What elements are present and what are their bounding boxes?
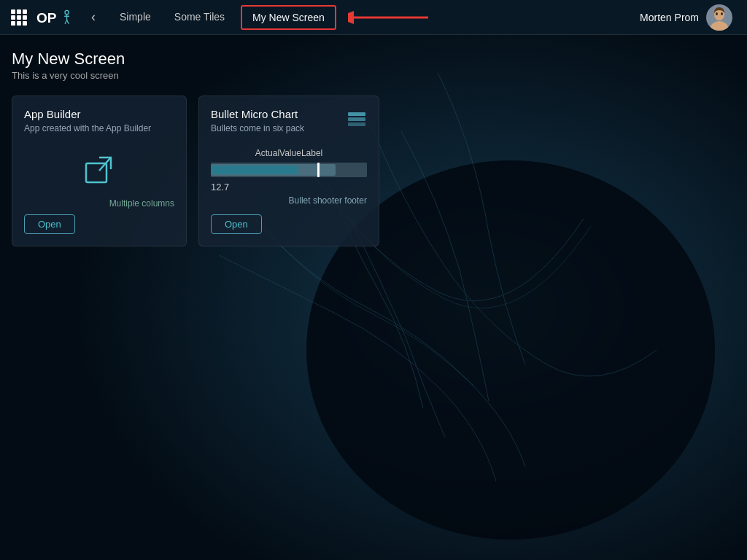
svg-line-16 — [99, 158, 110, 171]
bullet-bar-container — [211, 163, 367, 177]
bullet-chart-icon — [347, 109, 367, 134]
user-name: Morten Prom — [640, 12, 699, 23]
app-builder-card: App Builder App created with the App Bui… — [12, 96, 187, 246]
page-subtitle: This is a very cool screen — [12, 70, 735, 81]
svg-rect-17 — [348, 112, 365, 116]
bullet-chart-open-button[interactable]: Open — [211, 214, 262, 234]
bullet-chart-subtitle: Bullets come in six pack — [211, 123, 304, 133]
tab-my-new-screen[interactable]: My New Screen — [241, 5, 336, 30]
svg-point-14 — [721, 12, 723, 15]
svg-line-6 — [65, 20, 67, 23]
tab-some-tiles[interactable]: Some Tiles — [164, 0, 235, 35]
svg-point-13 — [716, 12, 718, 15]
back-button[interactable]: ‹ — [83, 7, 104, 28]
page-title: My New Screen — [12, 50, 735, 69]
app-builder-title: App Builder — [24, 108, 174, 120]
app-builder-open-button[interactable]: Open — [24, 214, 75, 234]
svg-rect-19 — [348, 122, 365, 126]
bullet-bar-actual — [211, 166, 298, 174]
page-content: My New Screen This is a very cool screen… — [0, 35, 747, 258]
tiles-row: App Builder App created with the App Bui… — [12, 96, 735, 246]
bullet-target-marker — [317, 163, 320, 177]
bullet-chart-title: Bullet Micro Chart — [211, 108, 304, 120]
svg-line-7 — [67, 20, 69, 23]
external-link-icon — [83, 155, 115, 187]
svg-text:OP: OP — [36, 9, 57, 25]
apps-icon[interactable] — [9, 7, 29, 28]
bullet-chart-area: ActualValueLabel 12.7 Bullet shooter foo… — [211, 142, 367, 214]
bullet-footer: Bullet shooter footer — [211, 195, 367, 206]
svg-rect-18 — [348, 117, 365, 121]
user-area: Morten Prom — [640, 4, 738, 31]
bullet-value-label: ActualValueLabel — [211, 148, 367, 158]
bullet-card-header: Bullet Micro Chart Bullets come in six p… — [211, 108, 367, 142]
annotation-arrow-area — [348, 9, 436, 26]
bullet-chart-card: Bullet Micro Chart Bullets come in six p… — [198, 96, 379, 246]
tab-simple[interactable]: Simple — [109, 0, 161, 35]
bullet-number: 12.7 — [211, 182, 367, 192]
app-builder-bottom-label: Multiple columns — [24, 198, 174, 209]
navbar: OP ‹ Simple Some Tiles My New Screen — [0, 0, 747, 35]
logo[interactable]: OP — [36, 6, 74, 29]
app-builder-icon-area — [24, 142, 174, 198]
avatar[interactable] — [706, 4, 732, 31]
svg-point-3 — [65, 10, 69, 14]
app-builder-subtitle: App created with the App Builder — [24, 123, 174, 133]
